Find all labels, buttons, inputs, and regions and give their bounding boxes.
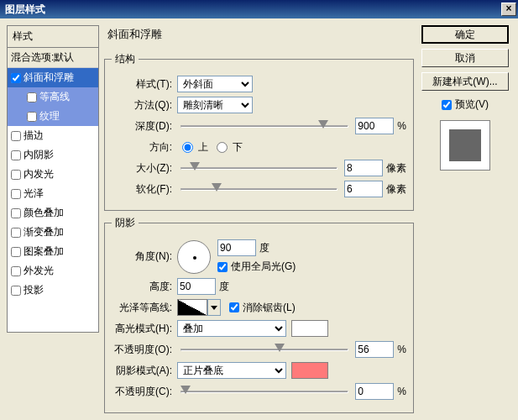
action-column: 确定 取消 新建样式(W)... 预览(V) bbox=[419, 25, 511, 413]
angle-input[interactable] bbox=[217, 239, 256, 256]
highlight-opacity-slider[interactable] bbox=[181, 342, 348, 357]
angle-label: 角度(N): bbox=[112, 249, 177, 264]
style-checkbox[interactable] bbox=[11, 170, 21, 180]
new-style-button[interactable]: 新建样式(W)... bbox=[421, 72, 509, 91]
shadow-opacity-label: 不透明度(C): bbox=[112, 385, 177, 399]
technique-select[interactable]: 雕刻清晰 bbox=[177, 97, 253, 113]
style-item-label: 图案叠加 bbox=[24, 244, 64, 259]
gloss-contour-label: 光泽等高线: bbox=[112, 301, 177, 315]
style-item-11[interactable]: 投影 bbox=[8, 281, 98, 300]
direction-up-label: 上 bbox=[198, 140, 208, 155]
style-item-3[interactable]: 描边 bbox=[8, 126, 98, 145]
altitude-label: 高度: bbox=[112, 280, 177, 294]
close-button[interactable]: × bbox=[501, 3, 516, 16]
shadow-mode-select[interactable]: 正片叠底 bbox=[177, 362, 286, 379]
style-item-5[interactable]: 内发光 bbox=[8, 165, 98, 184]
soften-label: 软化(F): bbox=[112, 182, 177, 197]
shadow-mode-label: 阴影模式(A): bbox=[112, 364, 177, 378]
style-checkbox[interactable] bbox=[27, 92, 37, 102]
style-checkbox[interactable] bbox=[11, 150, 21, 160]
altitude-input[interactable] bbox=[177, 278, 216, 295]
direction-label: 方向: bbox=[112, 140, 177, 155]
preview-thumbnail bbox=[449, 129, 481, 161]
style-item-7[interactable]: 颜色叠加 bbox=[8, 203, 98, 223]
depth-unit: % bbox=[397, 120, 406, 132]
style-item-label: 等高线 bbox=[39, 90, 70, 104]
depth-slider[interactable] bbox=[181, 118, 348, 134]
style-item-label: 纹理 bbox=[39, 109, 60, 123]
style-item-9[interactable]: 图案叠加 bbox=[8, 242, 98, 261]
highlight-opacity-input[interactable] bbox=[355, 341, 394, 358]
style-checkbox[interactable] bbox=[11, 266, 21, 276]
highlight-mode-select[interactable]: 叠加 bbox=[177, 320, 286, 337]
style-item-label: 渐变叠加 bbox=[24, 225, 64, 239]
preview-box bbox=[440, 120, 490, 171]
ok-button[interactable]: 确定 bbox=[421, 25, 509, 44]
dialog-content: 样式 混合选项:默认 斜面和浮雕等高线纹理描边内阴影内发光光泽颜色叠加渐变叠加图… bbox=[0, 18, 518, 420]
style-item-2[interactable]: 纹理 bbox=[8, 107, 98, 126]
highlight-color-swatch[interactable] bbox=[291, 320, 328, 337]
shadow-opacity-input[interactable] bbox=[355, 383, 394, 400]
cancel-button[interactable]: 取消 bbox=[421, 49, 509, 67]
structure-group: 结构 样式(T): 外斜面 方法(Q): 雕刻清晰 深度(D): % 方向: 上… bbox=[104, 52, 414, 211]
shadow-opacity-unit: % bbox=[397, 386, 406, 397]
window-title: 图层样式 bbox=[5, 3, 501, 17]
styles-list: 混合选项:默认 斜面和浮雕等高线纹理描边内阴影内发光光泽颜色叠加渐变叠加图案叠加… bbox=[7, 47, 99, 333]
styles-column: 样式 混合选项:默认 斜面和浮雕等高线纹理描边内阴影内发光光泽颜色叠加渐变叠加图… bbox=[7, 25, 99, 413]
style-checkbox[interactable] bbox=[11, 228, 21, 238]
blend-options-item[interactable]: 混合选项:默认 bbox=[8, 48, 98, 68]
blend-options-label: 混合选项:默认 bbox=[11, 50, 74, 65]
style-item-label: 外发光 bbox=[24, 264, 54, 278]
size-slider[interactable] bbox=[181, 160, 337, 176]
style-item-0[interactable]: 斜面和浮雕 bbox=[8, 68, 98, 87]
style-item-label: 投影 bbox=[24, 283, 44, 297]
gloss-contour-dropdown[interactable] bbox=[207, 299, 221, 316]
highlight-opacity-unit: % bbox=[397, 344, 406, 355]
preview-label: 预览(V) bbox=[455, 97, 489, 112]
global-light-checkbox[interactable] bbox=[217, 262, 228, 272]
style-checkbox[interactable] bbox=[11, 247, 21, 257]
style-item-1[interactable]: 等高线 bbox=[8, 87, 98, 107]
style-item-label: 描边 bbox=[24, 129, 44, 143]
highlight-mode-label: 高光模式(H): bbox=[112, 322, 177, 336]
direction-down-label: 下 bbox=[233, 140, 243, 155]
global-light-label: 使用全局光(G) bbox=[231, 260, 296, 274]
depth-label: 深度(D): bbox=[112, 119, 177, 134]
size-label: 大小(Z): bbox=[112, 161, 177, 176]
direction-up-radio[interactable] bbox=[182, 142, 193, 153]
style-item-4[interactable]: 内阴影 bbox=[8, 145, 98, 165]
style-checkbox[interactable] bbox=[11, 189, 21, 199]
style-item-label: 内发光 bbox=[24, 167, 54, 181]
depth-input[interactable] bbox=[355, 118, 394, 134]
soften-input[interactable] bbox=[344, 181, 383, 197]
style-item-8[interactable]: 渐变叠加 bbox=[8, 223, 98, 242]
shadow-color-swatch[interactable] bbox=[291, 362, 328, 379]
style-checkbox[interactable] bbox=[11, 208, 21, 218]
structure-legend: 结构 bbox=[112, 52, 139, 66]
direction-down-radio[interactable] bbox=[217, 142, 228, 153]
angle-unit: 度 bbox=[259, 241, 269, 255]
angle-widget[interactable] bbox=[177, 240, 211, 274]
style-checkbox[interactable] bbox=[27, 112, 37, 122]
size-input[interactable] bbox=[344, 160, 383, 176]
preview-checkbox[interactable] bbox=[442, 100, 452, 110]
style-item-label: 颜色叠加 bbox=[24, 206, 64, 220]
style-item-10[interactable]: 外发光 bbox=[8, 261, 98, 281]
soften-slider[interactable] bbox=[181, 181, 337, 197]
style-item-6[interactable]: 光泽 bbox=[8, 184, 98, 203]
antialias-checkbox[interactable] bbox=[229, 302, 239, 312]
settings-column: 斜面和浮雕 结构 样式(T): 外斜面 方法(Q): 雕刻清晰 深度(D): %… bbox=[104, 25, 414, 413]
title-bar: 图层样式 × bbox=[0, 0, 518, 18]
style-select[interactable]: 外斜面 bbox=[177, 76, 253, 92]
style-checkbox[interactable] bbox=[11, 131, 21, 141]
gloss-contour-swatch[interactable] bbox=[177, 299, 207, 316]
style-checkbox[interactable] bbox=[11, 286, 21, 296]
style-label: 样式(T): bbox=[112, 77, 177, 92]
panel-title: 斜面和浮雕 bbox=[104, 25, 414, 47]
style-item-label: 光泽 bbox=[24, 186, 44, 201]
styles-header: 样式 bbox=[7, 25, 99, 47]
shadow-opacity-slider[interactable] bbox=[181, 384, 348, 399]
size-unit: 像素 bbox=[386, 161, 406, 176]
altitude-unit: 度 bbox=[219, 280, 229, 294]
style-checkbox[interactable] bbox=[11, 73, 21, 83]
